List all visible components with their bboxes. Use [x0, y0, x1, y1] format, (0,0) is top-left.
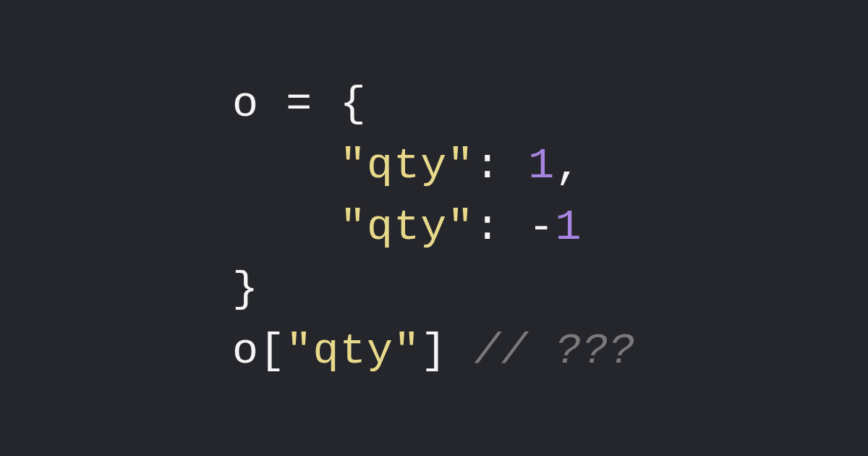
access-key: "qty" — [286, 326, 420, 376]
code-line-3: "qty": -1 — [232, 203, 582, 252]
indent — [232, 203, 340, 252]
code-line-5: o["qty"] // ??? — [232, 326, 636, 376]
variable-name: o — [232, 326, 259, 376]
bracket-close: ] — [420, 326, 447, 376]
space — [448, 326, 475, 376]
object-key: "qty" — [340, 203, 475, 252]
comment: // ??? — [475, 326, 636, 376]
number-literal: 1 — [555, 203, 582, 252]
variable-name: o — [232, 80, 259, 129]
indent — [232, 141, 340, 190]
code-line-1: o = { — [232, 80, 367, 129]
object-key: "qty" — [340, 141, 475, 190]
assign-operator: = — [259, 80, 340, 129]
code-line-4: } — [232, 265, 259, 314]
number-literal: 1 — [528, 141, 555, 190]
brace-close: } — [232, 265, 259, 314]
colon: : — [475, 203, 528, 252]
code-line-2: "qty": 1, — [232, 141, 582, 190]
colon: : — [475, 141, 528, 190]
bracket-open: [ — [259, 326, 286, 376]
comma: , — [555, 141, 582, 190]
code-snippet: o = { "qty": 1, "qty": -1 } o["qty"] // … — [232, 74, 636, 382]
minus-sign: - — [528, 203, 555, 252]
brace-open: { — [340, 80, 367, 129]
